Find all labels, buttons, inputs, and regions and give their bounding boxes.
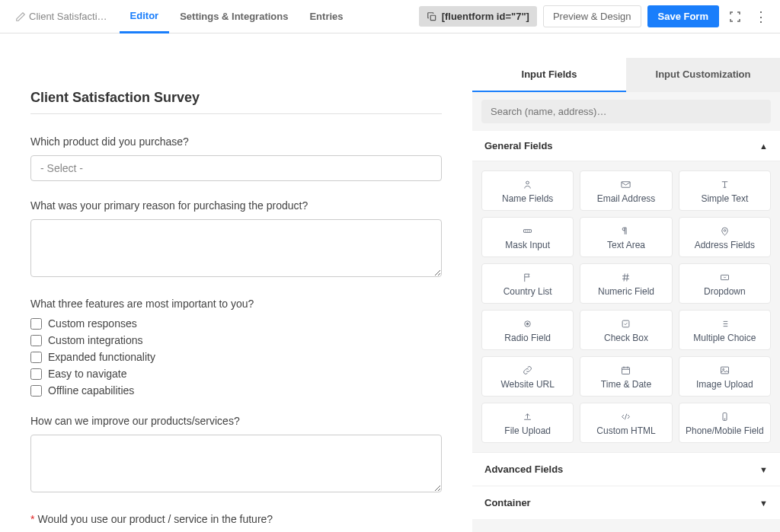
hash-icon — [620, 272, 631, 283]
save-button[interactable]: Save Form — [647, 5, 719, 27]
field-card-image[interactable]: Image Upload — [679, 356, 771, 397]
pencil-icon — [15, 11, 26, 22]
field-card-simple-text[interactable]: Simple Text — [679, 170, 771, 211]
field-card-address[interactable]: Address Fields — [679, 217, 771, 257]
field-card-url[interactable]: Website URL — [481, 356, 574, 397]
field-card-mask[interactable]: Mask Input — [481, 217, 574, 257]
accordion-general[interactable]: General Fields ▲ — [472, 131, 780, 161]
preview-button[interactable]: Preview & Design — [543, 5, 641, 27]
checkbox-label: Offline capabilities — [48, 384, 134, 397]
field-label: How can we improve our products/services… — [30, 415, 442, 427]
tab-entries[interactable]: Entries — [299, 0, 353, 33]
svg-point-10 — [526, 323, 529, 325]
code-icon — [620, 411, 631, 422]
topbar-left: Client Satisfacti… Editor Settings & Int… — [9, 0, 354, 33]
pin-icon — [719, 225, 730, 237]
nav-tabs: Editor Settings & Integrations Entries — [120, 0, 354, 33]
field-label: What three features are most important t… — [30, 298, 442, 310]
field-card-radio[interactable]: Radio Field — [481, 310, 574, 350]
checkbox[interactable] — [30, 318, 42, 330]
checkbox-item[interactable]: Custom integrations — [30, 334, 442, 346]
list-icon — [719, 318, 730, 330]
svg-rect-13 — [721, 367, 728, 374]
field-card-html[interactable]: Custom HTML — [580, 403, 672, 443]
mask-icon — [522, 225, 533, 237]
checkbox[interactable] — [30, 335, 42, 346]
image-icon — [719, 365, 730, 376]
tab-input-fields[interactable]: Input Fields — [472, 58, 626, 92]
field-improve: How can we improve our products/services… — [30, 415, 442, 495]
field-card-datetime[interactable]: Time & Date — [580, 356, 672, 397]
svg-point-6 — [529, 231, 530, 231]
card-label: Phone/Mobile Field — [686, 425, 764, 436]
more-menu-button[interactable]: ⋮ — [751, 8, 771, 25]
field-grid: Name Fields Email Address Simple Text Ma… — [472, 161, 780, 452]
field-card-textarea[interactable]: Text Area — [580, 217, 672, 257]
search-input[interactable] — [481, 100, 771, 123]
topbar-right: [fluentform id="7"] Preview & Design Sav… — [419, 5, 771, 27]
checkbox[interactable] — [30, 368, 42, 380]
text-icon — [719, 179, 730, 190]
checkbox[interactable] — [30, 352, 42, 363]
card-label: Numeric Field — [598, 286, 654, 297]
accordion-container[interactable]: Container ▼ — [472, 486, 780, 519]
textarea-reason[interactable] — [30, 219, 442, 277]
checkbox-item[interactable]: Offline capabilities — [30, 384, 442, 397]
card-label: Address Fields — [695, 240, 755, 250]
email-icon — [620, 179, 631, 190]
textarea-improve[interactable] — [30, 435, 442, 492]
card-label: Website URL — [500, 379, 554, 390]
field-label: What was your primary reason for purchas… — [30, 199, 442, 212]
field-card-multiple[interactable]: Multiple Choice — [679, 310, 771, 350]
checkbox[interactable] — [30, 385, 42, 397]
shortcode-button[interactable]: [fluentform id="7"] — [419, 6, 537, 27]
field-label: *Would you use our product / service in … — [30, 513, 442, 525]
upload-icon — [522, 411, 533, 422]
accordion-advanced[interactable]: Advanced Fields ▼ — [472, 452, 780, 486]
field-card-dropdown[interactable]: Dropdown — [679, 263, 771, 304]
field-card-country[interactable]: Country List — [481, 263, 574, 304]
link-icon — [522, 365, 533, 376]
form-canvas: Client Satisfaction Survey Which product… — [0, 33, 472, 532]
card-label: Radio Field — [504, 333, 551, 343]
tab-settings[interactable]: Settings & Integrations — [169, 0, 299, 33]
shortcode-text: [fluentform id="7"] — [442, 11, 529, 22]
fullscreen-button[interactable] — [725, 7, 745, 27]
chevron-down-icon: ▼ — [759, 499, 768, 508]
tab-input-customization[interactable]: Input Customization — [626, 58, 780, 92]
svg-rect-0 — [430, 15, 435, 20]
required-asterisk: * — [30, 513, 34, 525]
field-card-checkbox[interactable]: Check Box — [580, 310, 672, 350]
card-label: Image Upload — [696, 379, 753, 390]
phone-icon — [719, 411, 730, 422]
field-product: Which product did you purchase? - Select… — [30, 135, 442, 181]
svg-point-16 — [724, 419, 725, 419]
paragraph-icon — [620, 225, 631, 237]
side-panel: Input Fields Input Customization General… — [472, 58, 780, 532]
field-label: Which product did you purchase? — [30, 135, 442, 148]
checkbox-item[interactable]: Custom responses — [30, 317, 442, 330]
main: Client Satisfaction Survey Which product… — [0, 33, 780, 532]
field-card-name[interactable]: Name Fields — [481, 170, 574, 211]
field-card-phone[interactable]: Phone/Mobile Field — [679, 403, 771, 443]
svg-point-5 — [527, 231, 528, 231]
accordion-title: General Fields — [484, 140, 553, 151]
field-features: What three features are most important t… — [30, 298, 442, 397]
field-label-text: Would you use our product / service in t… — [37, 513, 273, 525]
accordion-title: Container — [484, 497, 531, 508]
checkbox-item[interactable]: Expanded functionality — [30, 351, 442, 363]
field-card-email[interactable]: Email Address — [580, 170, 672, 211]
field-reason: What was your primary reason for purchas… — [30, 199, 442, 279]
card-label: Time & Date — [601, 379, 651, 390]
fullscreen-icon — [728, 10, 742, 24]
card-label: Multiple Choice — [693, 333, 756, 343]
form-name-edit[interactable]: Client Satisfacti… — [9, 11, 113, 22]
card-label: Email Address — [597, 193, 656, 204]
field-card-numeric[interactable]: Numeric Field — [580, 263, 672, 304]
calendar-icon — [620, 365, 631, 376]
checkbox-item[interactable]: Easy to navigate — [30, 368, 442, 380]
select-product[interactable]: - Select - — [30, 155, 442, 181]
form-title: Client Satisfaction Survey — [30, 90, 442, 114]
tab-editor[interactable]: Editor — [120, 0, 170, 33]
field-card-file[interactable]: File Upload — [481, 403, 574, 443]
